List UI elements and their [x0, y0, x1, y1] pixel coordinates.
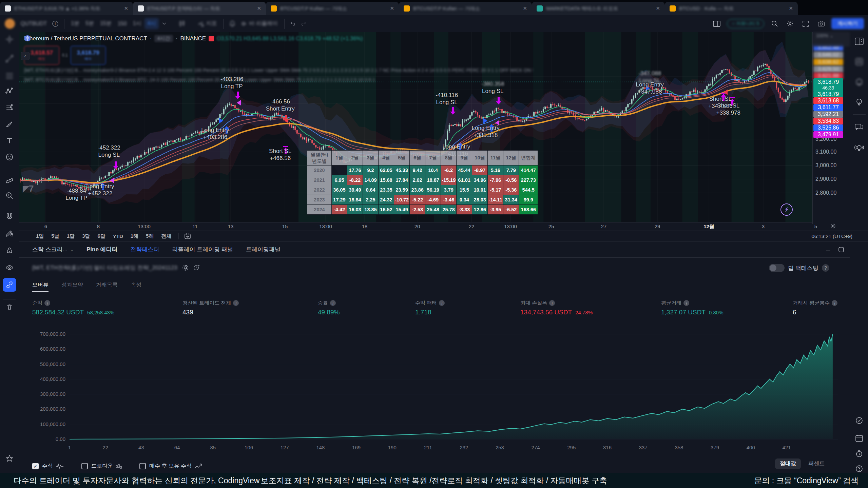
range-button[interactable]: 전체	[157, 232, 175, 240]
strategy-settings-gear-icon[interactable]	[182, 265, 189, 271]
candle-style-icon[interactable]	[177, 18, 188, 29]
subtab-item[interactable]: 성과요약	[61, 281, 83, 292]
tab-close-icon[interactable]: ✕	[523, 5, 527, 12]
checkbox[interactable]	[139, 463, 146, 469]
magnet-tool-icon[interactable]	[3, 209, 16, 223]
info-icon[interactable]: i	[50, 18, 61, 29]
info-icon[interactable]: i	[683, 300, 689, 306]
emoji-tool-icon[interactable]	[3, 150, 16, 164]
timeframe-option[interactable]: 15분	[97, 18, 115, 29]
info-icon[interactable]: i	[832, 300, 837, 306]
trendline-tool-icon[interactable]	[3, 52, 16, 65]
layout-panel-icon[interactable]	[711, 18, 722, 29]
price-level-chip[interactable]: 3,534.83	[813, 118, 843, 124]
camera-snapshot-icon[interactable]	[816, 18, 827, 29]
panel-tab[interactable]: 스탁 스크리...⌄	[32, 246, 74, 253]
price-scale-header[interactable]: 100% ⌄	[812, 32, 850, 46]
redo-icon[interactable]	[299, 18, 310, 29]
user-avatar[interactable]	[2, 18, 18, 30]
range-button[interactable]: 6달	[94, 232, 109, 240]
buy-button[interactable]: 3,618.79매수	[71, 46, 106, 65]
checkbox[interactable]: ✓	[32, 463, 39, 469]
alerts-icon[interactable]	[852, 55, 866, 69]
price-level-chip[interactable]: 3,613.68	[813, 97, 843, 104]
lightbulb-icon[interactable]	[852, 96, 866, 109]
indicators-button[interactable]: 지표	[195, 18, 220, 29]
subtab-item[interactable]: 거래목록	[96, 281, 118, 292]
browser-tab[interactable]: ETHUSDT.P 전략테스터 — 차트✕	[133, 2, 266, 15]
absolute-button[interactable]: 절대값	[775, 458, 801, 469]
goto-date-icon[interactable]	[182, 231, 193, 241]
info-icon[interactable]: i	[439, 300, 445, 306]
tab-close-icon[interactable]: ✕	[390, 5, 394, 12]
panel-tab[interactable]: 전략테스터	[131, 246, 159, 253]
price-chart[interactable]: Ethereum / TetherUS PERPETUAL CONTRACT ·…	[19, 32, 812, 224]
fibonacci-tool-icon[interactable]	[3, 69, 16, 83]
timeframe-option[interactable]: 1분	[68, 18, 82, 29]
publish-button[interactable]: 게시하기	[831, 18, 864, 29]
maximize-icon[interactable]	[838, 247, 844, 253]
economic-calendar-icon[interactable]	[852, 431, 866, 445]
price-level-chip[interactable]: 3,618.79	[813, 91, 843, 98]
forecast-tool-icon[interactable]	[3, 100, 16, 114]
tab-close-icon[interactable]: ✕	[656, 5, 660, 12]
range-button[interactable]: 3달	[78, 232, 94, 240]
chat-icon[interactable]	[852, 120, 866, 134]
info-icon[interactable]: i	[549, 300, 555, 306]
timer-icon[interactable]	[852, 447, 866, 461]
alert-add-icon[interactable]	[193, 265, 200, 271]
browser-tab[interactable]: ETHUSDT.P 3,618.79 ▲ +1.36% 차트✕	[0, 2, 133, 15]
price-level-chip[interactable]: 3,592.21	[813, 111, 843, 118]
drawing-mode-lock-icon[interactable]	[3, 226, 16, 240]
chevron-down-icon[interactable]	[159, 18, 170, 29]
price-level-chip[interactable]: 3,611.77	[813, 104, 843, 111]
text-tool-icon[interactable]	[3, 134, 16, 148]
range-button[interactable]: 1달	[63, 232, 78, 240]
panel-tab[interactable]: 트레이딩패널	[246, 246, 281, 253]
browser-tab[interactable]: MARKETDATA 백테스트 리포트✕	[532, 2, 665, 15]
measure-tool-icon[interactable]	[3, 173, 16, 186]
panel-tab[interactable]: 리플레이 트레이딩 패널	[172, 246, 233, 253]
calendar-check-icon[interactable]	[852, 414, 866, 427]
price-level-chip[interactable]: 3,629.50	[813, 66, 843, 73]
subtab-active[interactable]: 오버뷰	[32, 281, 49, 292]
alert-icon[interactable]	[227, 18, 238, 29]
checkbox[interactable]	[81, 463, 88, 469]
range-button[interactable]: 1해	[127, 232, 142, 240]
instant-order-icon[interactable]: ⚡	[780, 203, 793, 216]
minimize-icon[interactable]	[825, 247, 831, 253]
info-icon[interactable]: i	[233, 300, 239, 306]
current-price-chip[interactable]: 3,618.7946:39	[813, 78, 843, 92]
undo-icon[interactable]	[288, 18, 299, 29]
tab-close-icon[interactable]: ✕	[124, 5, 128, 12]
streams-icon[interactable]	[852, 141, 866, 155]
indicator-legend-2[interactable]: [M/T, BTC차트(多)기반] B... moneymaker9-3 Bin…	[24, 77, 375, 83]
price-scale[interactable]: 3,200.003,100.003,000.002,900.002,800.00…	[812, 32, 850, 224]
axis-settings-gear-icon[interactable]	[830, 223, 836, 229]
price-level-chip[interactable]: 3,525.86	[813, 124, 843, 131]
info-icon[interactable]: i	[330, 300, 336, 306]
time-axis[interactable]: 6813:0011131513:0018202213:0025272912월35	[19, 222, 812, 231]
price-level-chip[interactable]: 3,479.91	[813, 131, 843, 138]
info-icon[interactable]: i	[44, 300, 50, 306]
pattern-tool-icon[interactable]	[3, 84, 16, 98]
equity-curve-chart[interactable]: 700,000.00600,000.00500,000.00400,000.00…	[19, 326, 850, 458]
display-option-equity-line[interactable]: ✓주식	[32, 463, 64, 470]
sync-drawings-icon[interactable]	[3, 278, 16, 292]
zoom-in-tool-icon[interactable]	[3, 189, 16, 202]
symbol-name[interactable]: Ethereum / TetherUS PERPETUAL CONTRACT	[24, 35, 147, 42]
tradingview-logo[interactable]: ◤7	[23, 183, 33, 194]
hide-drawings-icon[interactable]	[3, 261, 16, 274]
range-button[interactable]: 5날	[47, 232, 63, 240]
bar-replay-button[interactable]: 바 리플레이	[238, 18, 281, 29]
range-button[interactable]: 1일	[32, 232, 47, 240]
favorites-star-icon[interactable]	[3, 452, 16, 465]
community-pill[interactable]: ○ 커뮤니티 5	[727, 19, 764, 28]
tab-close-icon[interactable]: ✕	[257, 5, 261, 12]
browser-tab[interactable]: BTCUSDT.P Kullan — 거래소✕	[266, 2, 399, 15]
settings-gear-icon[interactable]	[785, 18, 795, 29]
display-option-buyhold-line[interactable]: 매수 후 보유 주식	[139, 463, 202, 470]
timeframe-option[interactable]: 150	[115, 19, 130, 29]
subtab-item[interactable]: 속성	[131, 281, 141, 292]
panel-tab[interactable]: Pine 에디터	[86, 246, 118, 253]
